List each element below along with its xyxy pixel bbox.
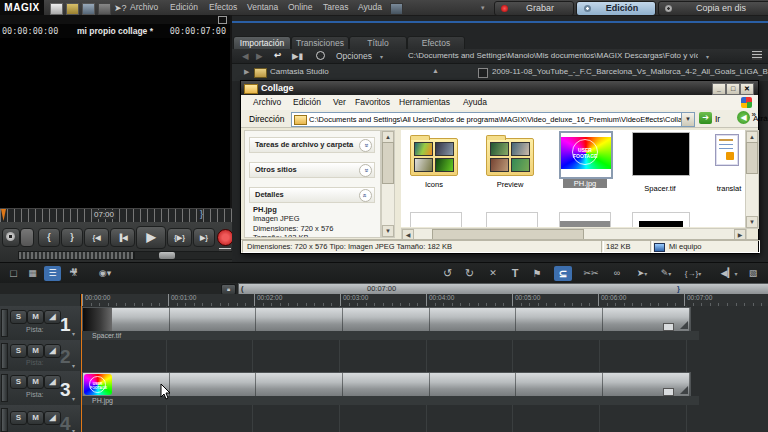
track2-caret-icon[interactable]: ▾ — [72, 362, 75, 369]
range-tool-icon[interactable]: {→}▾ — [680, 266, 706, 281]
monitor-layout-icon[interactable]: □ — [6, 266, 21, 281]
track1-header[interactable]: S M ◢ Pista: 1 ▾ — [0, 306, 80, 341]
back-arrow-icon[interactable]: ◀ — [737, 111, 750, 124]
export-icon[interactable] — [98, 3, 111, 15]
chevron-down-icon[interactable]: » — [359, 139, 372, 152]
track3-solo-button[interactable]: S — [10, 375, 27, 389]
preview-playhead-marker[interactable] — [1, 209, 6, 221]
scene-view-icon[interactable]: 🎥︎ — [65, 266, 82, 281]
file-checkbox[interactable] — [478, 68, 488, 78]
tree-expand-icon[interactable]: ▶ — [244, 68, 249, 76]
xp-menu-ver[interactable]: Ver — [333, 97, 346, 107]
help-cursor-icon[interactable]: ➤? — [114, 3, 125, 13]
minimize-icon[interactable]: _ — [712, 83, 726, 95]
save-project-icon[interactable] — [82, 3, 95, 15]
track3-caret-icon[interactable]: ▾ — [72, 395, 75, 402]
xp-menu-favoritos[interactable]: Favoritos — [355, 97, 390, 107]
mouse-mode-icon[interactable]: ➤▾ — [632, 266, 652, 281]
jump-end-button[interactable]: ▶} — [193, 228, 215, 247]
track4-solo-button[interactable]: S — [10, 411, 27, 425]
file-preview-folder[interactable]: Preview — [479, 132, 541, 194]
file-translat-doc[interactable]: translat — [707, 132, 745, 194]
mixer-grid-icon[interactable]: ▧ — [745, 266, 761, 281]
scroll-thumb[interactable] — [746, 142, 758, 174]
preview-ruler[interactable]: 07:00 } — [0, 208, 232, 223]
track2-header[interactable]: S M ◢ Pista: 2 ▾ — [0, 340, 80, 372]
track4-mute-button[interactable]: M — [27, 411, 44, 425]
scissors-icon[interactable]: ✂✂ — [580, 266, 602, 281]
clip-envelope-icon[interactable] — [663, 388, 674, 396]
close-icon[interactable]: ✕ — [740, 83, 754, 95]
play-button[interactable]: ▶ — [136, 226, 166, 249]
section-details[interactable]: Detalles » — [249, 187, 375, 203]
marker-flag-icon[interactable]: ⚑ — [530, 266, 544, 281]
track1-lock-button[interactable]: ◢ — [44, 310, 61, 324]
menu-archivo[interactable]: Archivo — [126, 0, 162, 15]
range-in-button[interactable]: { — [38, 228, 60, 247]
chevron-up-icon[interactable]: » — [359, 189, 372, 202]
track1-lane[interactable]: Spacer.tif — [80, 306, 768, 341]
go-button-label[interactable]: Ir — [715, 114, 720, 124]
scene-mode-icon[interactable] — [2, 228, 20, 247]
menu-ventana[interactable]: Ventana — [243, 0, 282, 15]
clip-resize-handle[interactable] — [680, 321, 688, 329]
address-combo[interactable]: C:\Documents and Settings\All Users\Dato… — [291, 112, 695, 127]
track1-solo-button[interactable]: S — [10, 310, 27, 324]
file-ph-jpg[interactable]: USER FOOTAGE PH.jpg — [553, 130, 617, 194]
edit-mode-button[interactable]: Edición — [576, 1, 656, 16]
shuttle-handle[interactable] — [159, 252, 175, 259]
track2-mute-button[interactable]: M — [27, 344, 44, 358]
clip-spacer-tif[interactable] — [82, 307, 691, 332]
track4-caret-icon[interactable]: ▾ — [72, 427, 75, 432]
track3-mute-button[interactable]: M — [27, 375, 44, 389]
scroll-down-icon[interactable]: ▼ — [382, 225, 394, 237]
file-icons-folder[interactable]: Icons — [403, 132, 465, 194]
folder-up-icon[interactable]: ↩ — [274, 50, 281, 60]
partial-thumbnail[interactable] — [410, 212, 462, 227]
partial-thumbnail[interactable] — [632, 212, 690, 227]
track1-caret-icon[interactable]: ▾ — [72, 330, 75, 337]
track2-solo-button[interactable]: S — [10, 344, 27, 358]
address-dropdown-icon[interactable]: ▼ — [681, 113, 694, 126]
scroll-thumb[interactable] — [382, 142, 394, 184]
pool-path[interactable]: C:\Documents and Settings\Manolo\Mis doc… — [408, 51, 698, 60]
mute-audio-icon[interactable]: ◀▎▾ — [718, 266, 740, 281]
timeline-view-icon[interactable]: ☰ — [44, 266, 61, 281]
open-project-icon[interactable] — [66, 3, 79, 15]
partial-thumbnail[interactable] — [486, 212, 538, 227]
menu-edicion[interactable]: Edición — [166, 0, 202, 15]
forward-icon[interactable]: ▶ — [256, 51, 263, 61]
menu-efectos[interactable]: Efectos — [205, 0, 241, 15]
file-spacer-tif[interactable]: Spacer.tif — [627, 132, 693, 194]
play-range-button[interactable]: {▶} — [167, 228, 192, 247]
jump-start-button[interactable]: ▐◀ — [110, 228, 135, 247]
track4-lane[interactable] — [80, 405, 768, 432]
track2-lane[interactable] — [80, 340, 768, 372]
grid-layout-icon[interactable]: ▦ — [25, 266, 40, 281]
section-file-tasks[interactable]: Tareas de archivo y carpeta » — [249, 137, 375, 153]
track3-lane[interactable]: USER FOOTAGE PH.jpg — [80, 371, 768, 406]
path-caret-icon[interactable]: ▾ — [706, 53, 709, 60]
maximize-icon[interactable]: □ — [726, 83, 740, 95]
chevron-down-icon2[interactable]: » — [359, 164, 372, 177]
snap-magnet-icon[interactable]: ⊆ — [554, 266, 572, 281]
record-mode-button[interactable]: Grabar — [494, 1, 574, 16]
reel-menu-icon[interactable]: ◉▾ — [94, 266, 116, 281]
track4-lock-button[interactable]: ◢ — [44, 411, 61, 425]
explorer-titlebar[interactable]: Collage _ □ ✕ — [241, 81, 758, 95]
timeline-playhead[interactable] — [81, 294, 82, 432]
options-button[interactable]: Opciones — [336, 51, 372, 61]
options-caret-icon[interactable]: ▾ — [380, 53, 383, 60]
toolbar-overflow-icon[interactable]: » — [752, 110, 756, 119]
clip-ph-jpg[interactable]: USER FOOTAGE — [82, 372, 691, 397]
partial-thumbnail[interactable] — [559, 212, 611, 227]
track2-lock-button[interactable]: ◢ — [44, 344, 61, 358]
video-display[interactable] — [0, 38, 230, 208]
range-out-button[interactable]: } — [61, 228, 83, 247]
range-end-glyph[interactable]: } — [677, 284, 680, 294]
menu-ayuda[interactable]: Ayuda — [354, 0, 386, 15]
redo-icon[interactable]: ↻ — [462, 266, 477, 281]
tree-item-camtasia[interactable]: Camtasia Studio — [270, 67, 329, 76]
tree-scroll-up-icon[interactable]: ▲ — [432, 67, 439, 74]
new-project-icon[interactable] — [50, 3, 63, 15]
